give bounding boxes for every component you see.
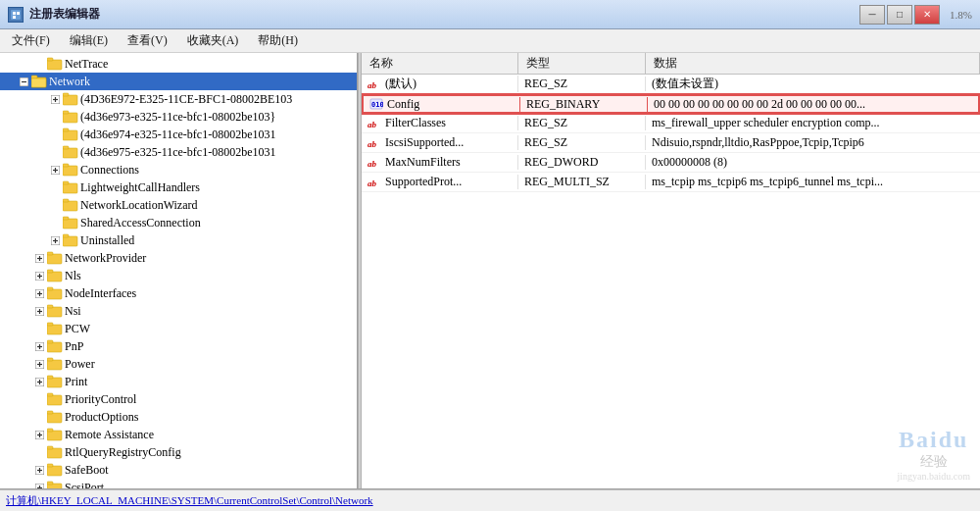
tree-expand-icon[interactable]: [47, 126, 63, 143]
tree-expand-icon[interactable]: [31, 55, 47, 73]
svg-rect-1: [13, 12, 16, 15]
title-controls: ─ □ ✕ 1.8%: [859, 5, 972, 25]
tree-item-networklocationwizard[interactable]: NetworkLocationWizard: [0, 196, 357, 214]
svg-rect-69: [47, 358, 53, 361]
tree-item-rtlqueryregistryconfig[interactable]: RtlQueryRegistryConfig: [0, 443, 357, 461]
tree-item-nsi[interactable]: Nsi: [0, 302, 357, 320]
minimize-button[interactable]: ─: [859, 5, 885, 25]
svg-rect-18: [63, 130, 77, 140]
folder-icon: [47, 357, 63, 371]
table-row[interactable]: 010ConfigREG_BINARY00 00 00 00 00 00 00 …: [362, 94, 980, 114]
table-row[interactable]: abSupportedProt...REG_MULTI_SZms_tcpip m…: [362, 173, 980, 192]
tree-item-scsiport[interactable]: ScsiPort: [0, 479, 357, 488]
tree-expand-icon[interactable]: [31, 408, 47, 426]
tree-expand-icon[interactable]: [47, 90, 63, 108]
tree-expand-icon[interactable]: [31, 373, 47, 390]
close-button[interactable]: ✕: [914, 5, 940, 25]
tree-item-nls[interactable]: Nls: [0, 267, 357, 284]
tree-item-pcw[interactable]: PCW: [0, 320, 357, 337]
svg-text:ab: ab: [368, 159, 377, 169]
tree-expand-icon[interactable]: [31, 249, 47, 267]
svg-rect-85: [47, 446, 53, 449]
menu-favorites[interactable]: 收藏夹(A): [179, 30, 247, 51]
cell-name-text: IscsiSupported...: [385, 135, 464, 150]
tree-expand-icon[interactable]: [47, 196, 63, 214]
folder-icon: [47, 339, 63, 353]
tree-expand-icon[interactable]: [31, 479, 47, 488]
svg-rect-41: [47, 254, 62, 264]
tree-item-connections[interactable]: Connections: [0, 161, 357, 179]
tree-expand-icon[interactable]: [47, 179, 63, 196]
tree-expand-icon[interactable]: [31, 320, 47, 337]
tree-expand-icon[interactable]: [31, 443, 47, 461]
cell-name: abFilterClasses: [362, 116, 518, 130]
svg-text:010: 010: [371, 101, 383, 109]
tree-item-4d36e975[interactable]: (4d36e975-e325-11ce-bfc1-08002be1031: [0, 143, 357, 161]
tree-expand-icon[interactable]: [47, 214, 63, 231]
menu-view[interactable]: 查看(V): [120, 30, 175, 51]
tree-expand-icon[interactable]: [47, 108, 63, 126]
svg-rect-4: [47, 60, 62, 70]
table-row[interactable]: abMaxNumFiltersREG_DWORD0x00000008 (8): [362, 153, 980, 173]
tree-panel[interactable]: NetTrace Network (4D36E972-E325-11CE-BFC…: [0, 53, 358, 488]
cell-type: REG_DWORD: [518, 155, 646, 170]
tree-item-label: Connections: [80, 163, 139, 178]
svg-rect-21: [63, 146, 69, 149]
cell-data: ms_firewall_upper scheduler encryption c…: [646, 116, 980, 130]
tree-item-uninstalled[interactable]: Uninstalled: [0, 231, 357, 249]
table-row[interactable]: abFilterClassesREG_SZms_firewall_upper s…: [362, 114, 980, 133]
tree-item-nettrace[interactable]: NetTrace: [0, 55, 357, 73]
tree-expand-icon[interactable]: [16, 73, 31, 90]
tree-expand-icon[interactable]: [31, 390, 47, 408]
tree-item-label: NetworkProvider: [65, 251, 146, 266]
tree-item-print[interactable]: Print: [0, 373, 357, 390]
tree-item-remoteassistance[interactable]: Remote Assistance: [0, 426, 357, 443]
tree-expand-icon[interactable]: [31, 337, 47, 355]
col-header-type[interactable]: 类型: [518, 53, 646, 74]
tree-expand-icon[interactable]: [31, 267, 47, 284]
tree-item-sharedaccessconnection[interactable]: SharedAccessConnection: [0, 214, 357, 231]
cell-data: 0x00000008 (8): [646, 155, 980, 170]
tree-expand-icon[interactable]: [31, 302, 47, 320]
table-row[interactable]: abIscsiSupported...REG_SZNdisuio,rspndr,…: [362, 133, 980, 153]
window-title: 注册表编辑器: [29, 6, 100, 23]
tree-item-pnp[interactable]: PnP: [0, 337, 357, 355]
tree-item-label: PCW: [65, 322, 90, 336]
tree-item-safeboot[interactable]: SafeBoot: [0, 461, 357, 479]
table-row[interactable]: ab(默认)REG_SZ(数值未设置): [362, 75, 980, 94]
tree-item-nodeinterfaces[interactable]: NodeInterfaces: [0, 284, 357, 302]
tree-expand-icon[interactable]: [31, 426, 47, 443]
tree-item-4d36e973[interactable]: (4d36e973-e325-11ce-bfc1-08002be103}: [0, 108, 357, 126]
reg-ab-icon: ab: [368, 137, 381, 149]
tree-item-lightweightcallhandlers[interactable]: LightweightCallHandlers: [0, 179, 357, 196]
menu-edit[interactable]: 编辑(E): [62, 30, 116, 51]
menu-file[interactable]: 文件(F): [4, 30, 58, 51]
tree-item-power[interactable]: Power: [0, 355, 357, 373]
tree-item-network[interactable]: Network: [0, 73, 357, 90]
folder-icon: [47, 251, 63, 265]
maximize-button[interactable]: □: [887, 5, 912, 25]
tree-item-prioritycontrol[interactable]: PriorityControl: [0, 390, 357, 408]
col-header-data[interactable]: 数据: [646, 53, 980, 74]
svg-rect-19: [63, 128, 69, 131]
col-header-name[interactable]: 名称: [362, 53, 518, 74]
tree-expand-icon[interactable]: [31, 355, 47, 373]
tree-expand-icon[interactable]: [47, 161, 63, 179]
tree-expand-icon[interactable]: [47, 231, 63, 249]
tree-expand-icon[interactable]: [47, 143, 63, 161]
folder-icon: [47, 304, 63, 318]
svg-rect-42: [47, 252, 53, 255]
svg-rect-82: [47, 431, 62, 440]
cell-data: Ndisuio,rspndr,lltdio,RasPppoe,Tcpip,Tcp…: [646, 135, 980, 150]
menu-help[interactable]: 帮助(H): [250, 30, 306, 51]
tree-item-productoptions[interactable]: ProductOptions: [0, 408, 357, 426]
percentage-display: 1.8%: [950, 9, 972, 21]
tree-expand-icon[interactable]: [31, 461, 47, 479]
tree-item-label: ScsiPort: [65, 481, 104, 489]
tree-item-label: NodeInterfaces: [65, 286, 136, 301]
tree-item-networkprovider[interactable]: NetworkProvider: [0, 249, 357, 267]
tree-item-4d36e974[interactable]: (4d36e974-e325-11ce-bfc1-08002be1031: [0, 126, 357, 143]
tree-item-4d36e972[interactable]: (4D36E972-E325-11CE-BFC1-08002BE103: [0, 90, 357, 108]
svg-rect-84: [47, 448, 62, 458]
tree-expand-icon[interactable]: [31, 284, 47, 302]
